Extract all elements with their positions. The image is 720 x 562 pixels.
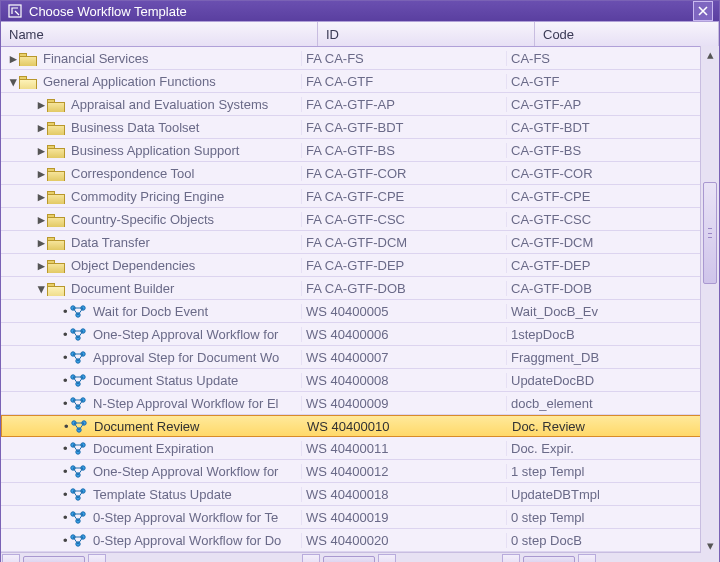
- row-label: N-Step Approval Workflow for El: [93, 396, 278, 411]
- hscroll-right-button[interactable]: ▸: [88, 554, 106, 562]
- hscroll-left-button[interactable]: ◂: [302, 554, 320, 562]
- workflow-icon: [69, 350, 87, 364]
- table-row[interactable]: •Template Status UpdateWS 40400018Update…: [1, 483, 719, 506]
- expand-toggle[interactable]: ▸: [35, 120, 47, 135]
- expand-toggle[interactable]: ▸: [35, 189, 47, 204]
- table-row[interactable]: •Document Status UpdateWS 40400008Update…: [1, 369, 719, 392]
- row-label: Object Dependencies: [71, 258, 195, 273]
- cell-code: UpdateDBTmpl: [506, 487, 719, 502]
- cell-name: ▸Object Dependencies: [1, 258, 301, 273]
- cell-id: WS 40400019: [301, 510, 506, 525]
- scroll-thumb[interactable]: [703, 182, 717, 284]
- column-header-code[interactable]: Code: [535, 22, 719, 46]
- column-header-name[interactable]: Name: [1, 22, 318, 46]
- vertical-scrollbar[interactable]: ▴ ▾: [700, 46, 719, 553]
- table-row[interactable]: ▸Appraisal and Evaluation SystemsFA CA-G…: [1, 93, 719, 116]
- row-label: Data Transfer: [71, 235, 150, 250]
- workflow-icon: [69, 373, 87, 387]
- cell-code: CA-GTF-COR: [506, 166, 719, 181]
- scroll-track[interactable]: [701, 62, 719, 537]
- table-row[interactable]: •N-Step Approval Workflow for ElWS 40400…: [1, 392, 719, 415]
- expand-toggle[interactable]: ▸: [35, 97, 47, 112]
- folder-icon: [19, 74, 37, 88]
- expand-toggle[interactable]: ▸: [35, 212, 47, 227]
- expand-toggle[interactable]: ▸: [35, 235, 47, 250]
- cell-id: FA CA-GTF: [301, 74, 506, 89]
- cell-code: Doc. Expir.: [506, 441, 719, 456]
- close-button[interactable]: [693, 1, 713, 21]
- titlebar: Choose Workflow Template: [1, 1, 719, 21]
- cell-name: •Template Status Update: [1, 487, 301, 502]
- table-row[interactable]: •0-Step Approval Workflow for TeWS 40400…: [1, 506, 719, 529]
- cell-name: •Document Review: [2, 419, 302, 434]
- expand-toggle[interactable]: ▸: [35, 166, 47, 181]
- dialog-window: Choose Workflow Template Name ID Code ▸F…: [0, 0, 720, 562]
- cell-id: FA CA-GTF-BS: [301, 143, 506, 158]
- expand-toggle[interactable]: ▸: [35, 143, 47, 158]
- expand-toggle[interactable]: ▸: [35, 258, 47, 273]
- row-label: Business Application Support: [71, 143, 239, 158]
- table-row[interactable]: •Approval Step for Document WoWS 4040000…: [1, 346, 719, 369]
- hscroll-thumb[interactable]: [523, 556, 575, 562]
- cell-id: FA CA-GTF-DCM: [301, 235, 506, 250]
- row-label: Appraisal and Evaluation Systems: [71, 97, 268, 112]
- table-row[interactable]: •Wait for Docb EventWS 40400005Wait_DocB…: [1, 300, 719, 323]
- cell-name: ▸Business Application Support: [1, 143, 301, 158]
- cell-code: Doc. Review: [507, 419, 718, 434]
- table-row[interactable]: ▾Document BuilderFA CA-GTF-DOBCA-GTF-DOB: [1, 277, 719, 300]
- cell-name: •0-Step Approval Workflow for Te: [1, 510, 301, 525]
- hscroll-left-button[interactable]: ◂: [502, 554, 520, 562]
- table-row[interactable]: ▸Business Application SupportFA CA-GTF-B…: [1, 139, 719, 162]
- cell-id: WS 40400005: [301, 304, 506, 319]
- row-label: Business Data Toolset: [71, 120, 199, 135]
- table-row[interactable]: ▸Financial ServicesFA CA-FSCA-FS: [1, 47, 719, 70]
- row-label: Financial Services: [43, 51, 149, 66]
- row-label: Document Builder: [71, 281, 174, 296]
- column-header-id[interactable]: ID: [318, 22, 535, 46]
- table-row[interactable]: ▸Data TransferFA CA-GTF-DCMCA-GTF-DCM: [1, 231, 719, 254]
- cell-code: CA-GTF-BDT: [506, 120, 719, 135]
- scroll-up-button[interactable]: ▴: [701, 46, 719, 62]
- horizontal-scroll-area: ◂ ▸ ◂ ▸ ◂ ▸: [1, 552, 719, 562]
- table-row[interactable]: ▸Business Data ToolsetFA CA-GTF-BDTCA-GT…: [1, 116, 719, 139]
- cell-id: WS 40400009: [301, 396, 506, 411]
- expand-toggle[interactable]: ▸: [7, 51, 19, 66]
- cell-id: WS 40400006: [301, 327, 506, 342]
- hscroll-thumb[interactable]: [323, 556, 375, 562]
- cell-name: ▸Business Data Toolset: [1, 120, 301, 135]
- cell-code: 1 step Templ: [506, 464, 719, 479]
- cell-name: •One-Step Approval Workflow for: [1, 327, 301, 342]
- table-row[interactable]: •One-Step Approval Workflow forWS 404000…: [1, 323, 719, 346]
- row-label: 0-Step Approval Workflow for Do: [93, 533, 281, 548]
- collapse-toggle[interactable]: ▾: [7, 74, 19, 89]
- table-row[interactable]: ▸Commodity Pricing EngineFA CA-GTF-CPECA…: [1, 185, 719, 208]
- folder-icon: [47, 235, 65, 249]
- row-label: Document Review: [94, 419, 200, 434]
- collapse-toggle[interactable]: ▾: [35, 281, 47, 296]
- hscroll-thumb[interactable]: [23, 556, 85, 562]
- row-label: Document Status Update: [93, 373, 238, 388]
- table-row[interactable]: ▸Correspondence ToolFA CA-GTF-CORCA-GTF-…: [1, 162, 719, 185]
- cell-id: FA CA-FS: [301, 51, 506, 66]
- hscroll-right-button[interactable]: ▸: [378, 554, 396, 562]
- table-body: ▸Financial ServicesFA CA-FSCA-FS▾General…: [1, 47, 719, 552]
- table-row[interactable]: ▸Country-Specific ObjectsFA CA-GTF-CSCCA…: [1, 208, 719, 231]
- workflow-icon: [69, 487, 87, 501]
- bullet-icon: •: [63, 464, 67, 479]
- hscroll-right-button[interactable]: ▸: [578, 554, 596, 562]
- table-row[interactable]: •One-Step Approval Workflow forWS 404000…: [1, 460, 719, 483]
- cell-id: WS 40400010: [302, 419, 507, 434]
- table-row[interactable]: ▸Object DependenciesFA CA-GTF-DEPCA-GTF-…: [1, 254, 719, 277]
- table-row[interactable]: •Document ReviewWS 40400010Doc. Review: [1, 415, 719, 437]
- hscroll-left-button[interactable]: ◂: [2, 554, 20, 562]
- scroll-down-button[interactable]: ▾: [701, 537, 719, 553]
- table-row[interactable]: •Document ExpirationWS 40400011Doc. Expi…: [1, 437, 719, 460]
- table-header: Name ID Code: [1, 22, 719, 47]
- table-row[interactable]: ▾General Application FunctionsFA CA-GTFC…: [1, 70, 719, 93]
- table-row[interactable]: •0-Step Approval Workflow for DoWS 40400…: [1, 529, 719, 552]
- workflow-icon: [69, 533, 87, 547]
- cell-code: CA-GTF-CPE: [506, 189, 719, 204]
- cell-name: ▸Correspondence Tool: [1, 166, 301, 181]
- cell-name: ▸Data Transfer: [1, 235, 301, 250]
- row-label: General Application Functions: [43, 74, 216, 89]
